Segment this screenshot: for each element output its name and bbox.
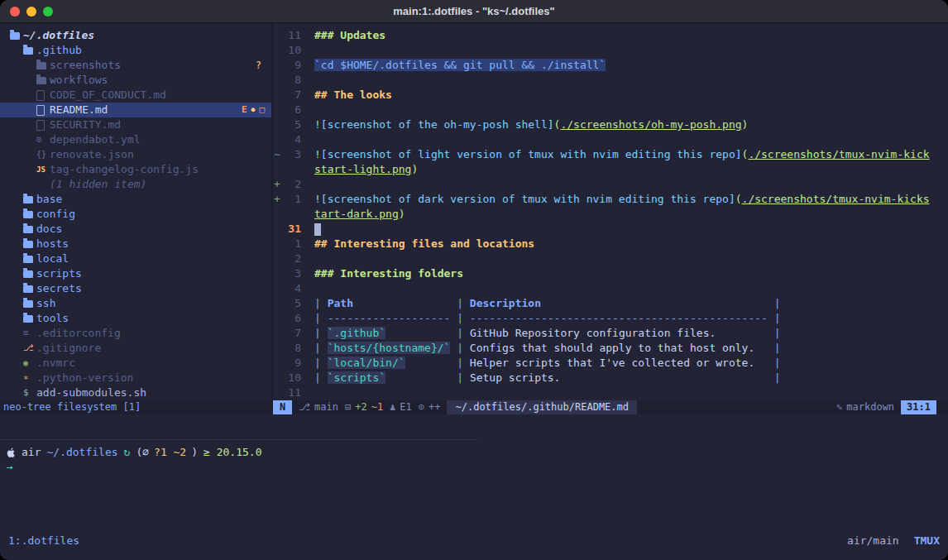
- line-number: 2: [281, 177, 301, 192]
- file-icon: [36, 120, 50, 131]
- text-segment: ): [399, 208, 405, 220]
- editor-line[interactable]: 10: [273, 43, 948, 58]
- editor-line[interactable]: 2: [273, 251, 948, 266]
- close-button[interactable]: [10, 7, 20, 17]
- vim-mode-badge: N: [273, 400, 292, 414]
- filetype-name: markdown: [846, 400, 894, 414]
- tree-item-docs[interactable]: docs: [0, 222, 271, 237]
- text-segment: |: [768, 371, 781, 384]
- text-segment: |: [450, 371, 469, 384]
- editor-line[interactable]: ~3![screenshot of light version of tmux …: [273, 147, 948, 162]
- tree-item-label: CODE_OF_CONDUCT.md: [50, 88, 166, 103]
- line-text: start-light.png): [314, 162, 418, 177]
- line-number: 6: [281, 311, 301, 326]
- tree-item-security.md[interactable]: SECURITY.md: [0, 117, 271, 132]
- tree-item-label: dependabot.yml: [50, 132, 141, 147]
- folder-icon: [23, 270, 36, 278]
- status-marker: ●: [251, 103, 256, 117]
- line-number: 5: [281, 117, 301, 132]
- tree-item-label: .editorconfig: [36, 326, 121, 341]
- current-file-path[interactable]: ~/.dotfiles/.github/README.md: [447, 400, 637, 414]
- prompt-git-status: (⌀ ?1 ~2 ): [136, 445, 198, 460]
- gutter-sign: [273, 341, 281, 356]
- editor-line[interactable]: start-light.png): [273, 162, 948, 177]
- tree-item-local[interactable]: local: [0, 251, 271, 266]
- tree-item-label: (1 hidden item): [50, 177, 146, 192]
- tree-item-.editorconfig[interactable]: ≡.editorconfig: [0, 326, 271, 341]
- line-number: [281, 162, 301, 177]
- editor-line[interactable]: 9| `local/bin/` | Helper scripts that I'…: [273, 356, 948, 371]
- gutter-sign: [273, 73, 281, 88]
- minimize-button[interactable]: [26, 7, 36, 17]
- editor-line[interactable]: tart-dark.png): [273, 207, 948, 222]
- tree-item-.dotfiles[interactable]: ~/.dotfiles: [0, 28, 271, 43]
- tree-item-label: hosts: [36, 237, 69, 251]
- line-number: 2: [281, 251, 301, 266]
- prompt-input-line[interactable]: →: [7, 460, 261, 475]
- tmux-mode-label: TMUX: [914, 534, 940, 548]
- editor-line[interactable]: 9`cd $HOME/.dotfiles && git pull && ./in…: [273, 58, 948, 73]
- editor-line[interactable]: 4: [273, 132, 948, 147]
- tree-item-label: screenshots: [50, 58, 121, 73]
- tree-item-config[interactable]: config: [0, 207, 271, 222]
- editor-line[interactable]: 1## Interesting files and locations: [273, 237, 948, 251]
- editor-line[interactable]: 7## The looks: [273, 88, 948, 103]
- tree-item-ssh[interactable]: ssh: [0, 296, 271, 311]
- folder-icon: [23, 241, 36, 248]
- editor-line[interactable]: +1![screenshot of dark version of tmux w…: [273, 192, 948, 207]
- tree-item-hosts[interactable]: hosts: [0, 237, 271, 251]
- text-segment: [560, 371, 767, 384]
- tree-item-tools[interactable]: tools: [0, 311, 271, 326]
- tree-item-scripts[interactable]: scripts: [0, 266, 271, 281]
- apple-icon: [7, 448, 16, 458]
- line-text: ### Updates: [314, 28, 385, 43]
- tree-item-label: .python-version: [36, 371, 133, 385]
- editor-line[interactable]: 8| `hosts/{hostname}/` | Configs that sh…: [273, 341, 948, 356]
- tree-item-label: add-submodules.sh: [36, 385, 146, 400]
- line-text: ![screenshot of dark version of tmux wit…: [314, 192, 930, 207]
- status-extra-text: ++: [429, 400, 440, 414]
- editor-line[interactable]: 31: [273, 222, 948, 237]
- tree-item-label: SECURITY.md: [50, 117, 121, 132]
- python-icon: ∗: [23, 371, 36, 385]
- tree-item-.gitignore[interactable]: ⎇.gitignore: [0, 341, 271, 356]
- tree-item-.github[interactable]: .github: [0, 43, 271, 58]
- tree-item-code-of-conduct.md[interactable]: CODE_OF_CONDUCT.md: [0, 88, 271, 103]
- editor-line[interactable]: 7| `.github` | GitHub Repository configu…: [273, 326, 948, 341]
- tmux-window-tab[interactable]: 1:.dotfiles: [8, 534, 79, 548]
- tree-item-secrets[interactable]: secrets: [0, 281, 271, 296]
- tree-item-screenshots[interactable]: screenshots?: [0, 58, 271, 73]
- line-number: 3: [281, 266, 301, 281]
- tree-item-.python-version[interactable]: ∗.python-version: [0, 371, 271, 385]
- tree-item-workflows[interactable]: workflows: [0, 73, 271, 88]
- editor-line[interactable]: 3### Interesting folders: [273, 266, 948, 281]
- editor-line[interactable]: 6| ------------------- | ---------------…: [273, 311, 948, 326]
- editor-line[interactable]: 11: [273, 385, 948, 400]
- editor-line[interactable]: 6: [273, 103, 948, 117]
- editor-line[interactable]: 5| Path | Description |: [273, 296, 948, 311]
- tmux-status-bar: 1:.dotfiles air/main TMUX: [0, 532, 948, 550]
- editor-line[interactable]: 10| `scripts` | Setup scripts. |: [273, 371, 948, 385]
- editor-line[interactable]: 4: [273, 281, 948, 296]
- tree-item-.nvmrc[interactable]: ◉.nvmrc: [0, 356, 271, 371]
- node-icon: ◉: [23, 356, 36, 371]
- tree-item-renovate.json[interactable]: {}renovate.json: [0, 147, 271, 162]
- editor-line[interactable]: 8: [273, 73, 948, 88]
- gutter-sign: [273, 132, 281, 147]
- tree-item-add-submodules.sh[interactable]: $add-submodules.sh: [0, 385, 271, 400]
- tree-item-1-hidden-item[interactable]: (1 hidden item): [0, 177, 271, 192]
- editor-line[interactable]: 11### Updates: [273, 28, 948, 43]
- text-segment: ): [742, 118, 749, 131]
- file-icon: [36, 90, 50, 101]
- editor-line[interactable]: 5![screenshot of the oh-my-posh shell](.…: [273, 117, 948, 132]
- zoom-button[interactable]: [43, 7, 53, 17]
- prompt-line: air ~/.dotfiles ↻ (⌀ ?1 ~2 ) ≥ 20.15.0: [7, 445, 261, 460]
- tree-item-base[interactable]: base: [0, 192, 271, 207]
- tree-item-tag-changelog-config.js[interactable]: JStag-changelog-config.js: [0, 162, 271, 177]
- tree-item-dependabot.yml[interactable]: ⊙dependabot.yml: [0, 132, 271, 147]
- editor-line[interactable]: +2: [273, 177, 948, 192]
- tree-item-readme.md[interactable]: README.mdE●□: [0, 103, 271, 117]
- editor-buffer[interactable]: 11### Updates 10 9`cd $HOME/.dotfiles &&…: [273, 28, 948, 400]
- shell-prompt[interactable]: air ~/.dotfiles ↻ (⌀ ?1 ~2 ) ≥ 20.15.0 →: [7, 445, 261, 475]
- folder-icon: [36, 62, 50, 69]
